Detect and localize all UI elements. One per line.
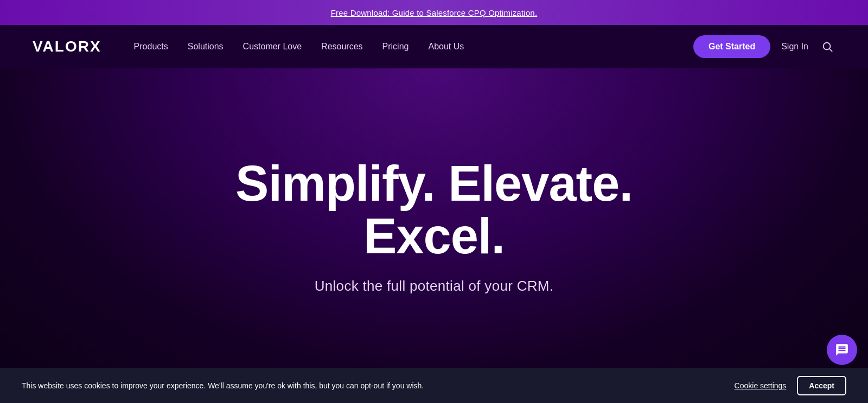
search-icon bbox=[821, 41, 833, 53]
announcement-banner: Free Download: Guide to Salesforce CPQ O… bbox=[0, 0, 868, 25]
banner-link[interactable]: Free Download: Guide to Salesforce CPQ O… bbox=[331, 8, 538, 17]
svg-line-1 bbox=[829, 49, 832, 52]
hero-section: Simplify. Elevate. Excel. Unlock the ful… bbox=[0, 68, 868, 373]
nav-item-solutions[interactable]: Solutions bbox=[188, 42, 224, 52]
nav-item-pricing[interactable]: Pricing bbox=[382, 42, 409, 52]
main-navbar: VALORX Products Solutions Customer Love … bbox=[0, 25, 868, 68]
hero-headline-line2: Excel. bbox=[363, 208, 505, 264]
cookie-actions: Cookie settings Accept bbox=[735, 376, 846, 395]
chat-button[interactable] bbox=[827, 335, 857, 365]
nav-item-resources[interactable]: Resources bbox=[321, 42, 362, 52]
svg-point-0 bbox=[824, 43, 831, 50]
sign-in-link[interactable]: Sign In bbox=[781, 42, 808, 52]
nav-item-about-us[interactable]: About Us bbox=[428, 42, 464, 52]
nav-item-products[interactable]: Products bbox=[134, 42, 168, 52]
nav-links: Products Solutions Customer Love Resourc… bbox=[134, 42, 693, 52]
cookie-message: This website uses cookies to improve you… bbox=[22, 381, 735, 390]
search-button[interactable] bbox=[819, 39, 835, 55]
chat-icon bbox=[835, 343, 849, 357]
accept-cookies-button[interactable]: Accept bbox=[797, 376, 846, 395]
get-started-button[interactable]: Get Started bbox=[693, 35, 770, 58]
nav-actions: Get Started Sign In bbox=[693, 35, 835, 58]
hero-headline-line1: Simplify. Elevate. bbox=[235, 156, 633, 211]
cookie-banner: This website uses cookies to improve you… bbox=[0, 368, 868, 403]
nav-item-customer-love[interactable]: Customer Love bbox=[243, 42, 302, 52]
hero-headline: Simplify. Elevate. Excel. bbox=[235, 157, 633, 262]
hero-subheadline: Unlock the full potential of your CRM. bbox=[315, 278, 554, 295]
site-logo[interactable]: VALORX bbox=[33, 38, 101, 55]
cookie-settings-button[interactable]: Cookie settings bbox=[735, 381, 787, 390]
